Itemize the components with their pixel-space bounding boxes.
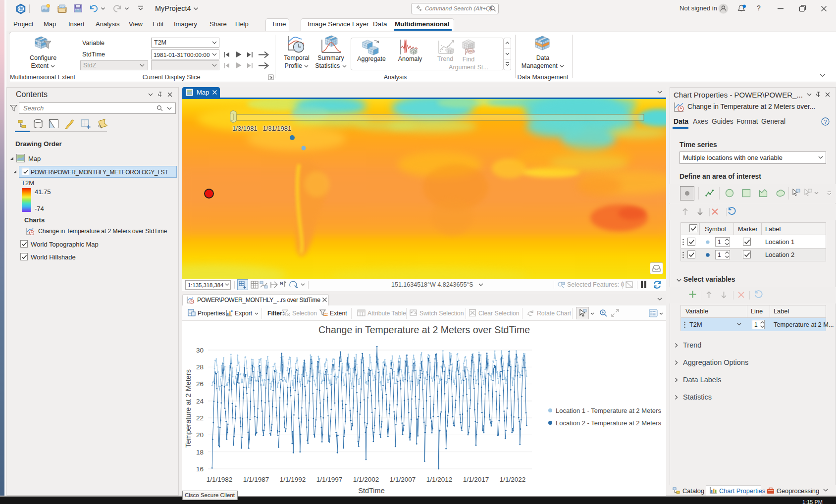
svg-text:N: N [280,281,283,286]
svg-text:?: ? [824,119,827,125]
svg-text:ARG: ARG [468,50,475,53]
